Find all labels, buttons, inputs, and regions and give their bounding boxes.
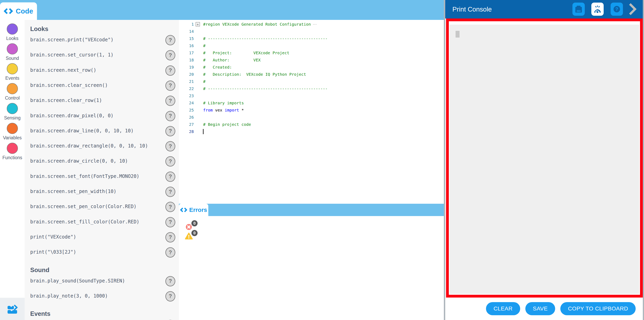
- code-token: #region VEXcode Generated Robot Configur…: [203, 22, 311, 27]
- palette-command-row: brain.screen.print("VEXcode") ?: [30, 36, 179, 50]
- sidebar-category[interactable]: Variables: [0, 123, 25, 140]
- command-help-button[interactable]: ?: [165, 141, 175, 152]
- category-label: Variables: [0, 135, 25, 140]
- code-line[interactable]: 25from vex import *: [179, 106, 444, 114]
- palette-section-title: Sound: [30, 266, 49, 274]
- code-line[interactable]: 16#: [179, 42, 444, 49]
- line-number: 14: [179, 28, 194, 35]
- save-button[interactable]: SAVE: [525, 302, 555, 315]
- palette-command[interactable]: brain.screen.set_pen_color(Color.RED): [30, 204, 136, 209]
- tab-code-label: Code: [16, 7, 33, 15]
- code-line[interactable]: 21#: [179, 78, 444, 85]
- palette-command[interactable]: brain.screen.print("VEXcode"): [30, 37, 114, 42]
- code-line[interactable]: 17# Project: VEXcode Project: [179, 49, 444, 56]
- sidebar-category[interactable]: Control: [0, 83, 25, 101]
- palette-command[interactable]: brain.screen.set_fill_color(Color.RED): [30, 219, 139, 224]
- command-help-button[interactable]: ?: [165, 202, 175, 212]
- palette-command[interactable]: brain.screen.clear_row(1): [30, 98, 102, 103]
- toggle-blocks-button[interactable]: [0, 298, 25, 320]
- clear-button[interactable]: CLEAR: [486, 302, 520, 315]
- palette-command[interactable]: brain.screen.set_font(FontType.MONO20): [30, 174, 139, 179]
- code-line[interactable]: 18# Author: VEX: [179, 56, 444, 64]
- code-text: from vex import *: [203, 106, 244, 114]
- code-line[interactable]: 26: [179, 114, 444, 121]
- code-token: #: [203, 79, 206, 84]
- palette-command-row: brain.screen.set_cursor(1, 1) ?: [30, 50, 179, 66]
- brain-icon: [574, 4, 583, 14]
- folded-region-ellipsis[interactable]: ⋯: [313, 22, 317, 27]
- command-help-button[interactable]: ?: [165, 111, 175, 121]
- sidebar-category[interactable]: Events: [0, 63, 25, 81]
- palette-command[interactable]: brain.screen.set_pen_width(10): [30, 188, 116, 194]
- code-text: # Library imports: [203, 100, 244, 106]
- code-line[interactable]: 19# Created:: [179, 64, 444, 71]
- blocks-arrow-icon: [6, 304, 18, 314]
- palette-command[interactable]: brain.screen.next_row(): [30, 68, 96, 73]
- code-brackets-icon: [180, 208, 187, 212]
- palette-command[interactable]: brain.screen.draw_pixel(0, 0): [30, 113, 114, 118]
- code-line[interactable]: 15# ------------------------------------…: [179, 35, 444, 42]
- command-help-button[interactable]: ?: [165, 66, 175, 76]
- code-token: *: [239, 108, 244, 112]
- palette-section-title: Events: [30, 310, 50, 318]
- code-token: # --------------------------------------…: [203, 86, 328, 91]
- palette-command[interactable]: brain.screen.clear_screen(): [30, 82, 108, 88]
- command-help-button[interactable]: ?: [165, 247, 175, 258]
- code-line[interactable]: 1+#region VEXcode Generated Robot Config…: [179, 21, 444, 28]
- help-button[interactable]: ?: [610, 2, 623, 16]
- line-number: 25: [179, 106, 194, 114]
- sidebar-category[interactable]: Functions: [0, 143, 25, 160]
- tab-code[interactable]: Code: [0, 2, 37, 20]
- palette-command[interactable]: brain.play_note(3, 0, 1000): [30, 293, 108, 299]
- sidebar-category[interactable]: Sensing: [0, 103, 25, 121]
- tab-errors[interactable]: Errors: [179, 204, 208, 216]
- sidebar-category[interactable]: Looks: [0, 24, 25, 41]
- palette-command[interactable]: print("\033[2J"): [30, 249, 76, 255]
- palette-command-row: brain.play_note(3, 0, 1000) ?: [30, 292, 179, 307]
- command-help-button[interactable]: ?: [165, 80, 175, 91]
- command-help-button[interactable]: ?: [165, 187, 175, 197]
- collapse-panel-chevron-icon[interactable]: [628, 2, 636, 16]
- palette-command-row: brain.screen.set_pen_color(Color.RED) ?: [30, 202, 179, 217]
- command-help-button[interactable]: ?: [165, 276, 175, 286]
- code-line[interactable]: 23: [179, 92, 444, 100]
- console-output-area[interactable]: [450, 25, 639, 294]
- palette-command[interactable]: brain.play_sound(SoundType.SIREN): [30, 278, 125, 284]
- palette-command[interactable]: brain.screen.draw_circle(0, 0, 10): [30, 158, 128, 164]
- code-line[interactable]: 20# Description: VEXcode IQ Python Proje…: [179, 71, 444, 78]
- palette-command[interactable]: brain.screen.set_cursor(1, 1): [30, 52, 114, 58]
- line-number: 28: [179, 128, 194, 135]
- palette-command[interactable]: brain.screen.draw_rectangle(0, 0, 10, 10…: [30, 143, 148, 149]
- code-line[interactable]: 28: [179, 128, 444, 135]
- sidebar-category[interactable]: Sound: [0, 43, 25, 61]
- code-token: # Author: VEX: [203, 58, 260, 62]
- command-help-button[interactable]: ?: [165, 96, 175, 106]
- print-console-header: Print Console: [445, 0, 643, 18]
- code-text: # Description: VEXcode IQ Python Project: [203, 71, 306, 78]
- device-brain-button[interactable]: [572, 2, 585, 16]
- copy-to-clipboard-button[interactable]: COPY TO CLIPBOARD: [560, 302, 636, 315]
- command-help-button[interactable]: ?: [165, 217, 175, 228]
- palette-command[interactable]: brain.screen.draw_line(0, 0, 10, 10): [30, 128, 134, 134]
- monitor-console-button[interactable]: [591, 2, 604, 16]
- command-help-button[interactable]: ?: [165, 232, 175, 242]
- code-line[interactable]: 22# ------------------------------------…: [179, 85, 444, 92]
- code-line[interactable]: 14: [179, 28, 444, 35]
- command-help-button[interactable]: ?: [165, 172, 175, 182]
- command-help-button[interactable]: ?: [165, 156, 175, 166]
- code-line[interactable]: 27# Begin project code: [179, 121, 444, 128]
- command-help-button[interactable]: ?: [165, 126, 175, 136]
- fold-expand-icon[interactable]: +: [196, 22, 200, 26]
- command-help-button[interactable]: ?: [165, 50, 175, 60]
- command-help-button[interactable]: ?: [165, 35, 175, 45]
- palette-command[interactable]: print("VEXcode"): [30, 234, 76, 240]
- code-line[interactable]: 24# Library imports: [179, 100, 444, 106]
- command-help-button[interactable]: ?: [165, 291, 175, 302]
- code-text: # --------------------------------------…: [203, 35, 328, 42]
- palette-command-row: brain.screen.set_font(FontType.MONO20) ?: [30, 172, 179, 187]
- vexcode-app: Code Looks Sound Events Control Sensing …: [0, 0, 644, 320]
- code-editor[interactable]: 1+#region VEXcode Generated Robot Config…: [179, 21, 444, 135]
- palette-command-row: brain.screen.set_fill_color(Color.RED) ?: [30, 218, 179, 232]
- code-token: # Created:: [203, 65, 232, 70]
- category-label: Functions: [0, 155, 25, 160]
